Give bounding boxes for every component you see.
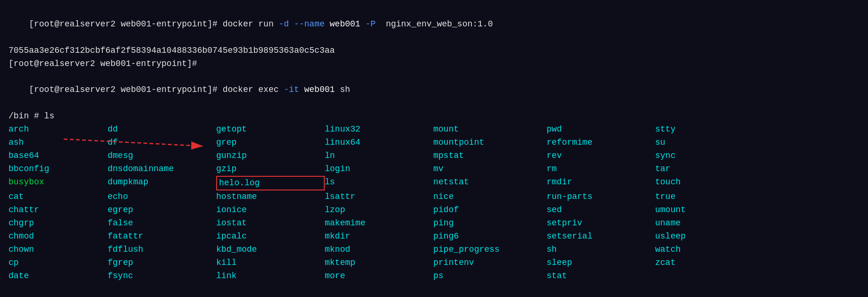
- terminal: [root@realserver2 web001-entrypoint]# do…: [0, 0, 868, 297]
- ls-item: setserial: [547, 230, 655, 243]
- ls-item: pipe_progress: [433, 243, 547, 256]
- ls-item: zcat: [655, 256, 754, 270]
- ls-item: dumpkmap: [108, 176, 216, 191]
- ls-output: arch dd getopt linux32 mount pwd stty as…: [8, 123, 860, 283]
- ls-item: mpstat: [433, 149, 547, 163]
- ls-item-helolog: helo.log: [216, 176, 325, 191]
- ls-item: chattr: [8, 204, 108, 217]
- ls-item: cp: [8, 256, 108, 270]
- prompt-empty: [root@realserver2 web001-entrypoint]#: [8, 58, 860, 71]
- ls-item: ionice: [216, 204, 325, 217]
- ls-item: df: [108, 136, 216, 149]
- ls-item: ping6: [433, 230, 547, 243]
- ls-item: sync: [655, 149, 754, 163]
- ls-item: ash: [8, 136, 108, 149]
- ls-item: watch: [655, 243, 754, 256]
- ls-item: ps: [433, 270, 547, 283]
- ls-item: echo: [108, 190, 216, 204]
- ls-item: pidof: [433, 204, 547, 217]
- ls-item: chown: [8, 243, 108, 256]
- ls-item: gzip: [216, 163, 325, 176]
- ls-item: tar: [655, 163, 754, 176]
- bin-ls-line: /bin # ls: [8, 110, 860, 123]
- ls-item: fgrep: [108, 256, 216, 270]
- ls-item: fdflush: [108, 243, 216, 256]
- ls-item: base64: [8, 149, 108, 163]
- ls-item: mknod: [325, 243, 433, 256]
- ls-item: true: [655, 190, 754, 204]
- hash-line: 7055aa3e26cf312bcbf6af2f58394a10488336b0…: [8, 44, 860, 58]
- ls-item: uname: [655, 217, 754, 230]
- ls-item: kbd_mode: [216, 243, 325, 256]
- ls-item: touch: [655, 176, 754, 191]
- ls-item: rmdir: [547, 176, 655, 191]
- ls-item: more: [325, 270, 433, 283]
- ls-item: su: [655, 136, 754, 149]
- ls-item-empty: [655, 270, 754, 283]
- ls-item: gunzip: [216, 149, 325, 163]
- ls-item: rm: [547, 163, 655, 176]
- ls-item: getopt: [216, 123, 325, 136]
- ls-item: reformime: [547, 136, 655, 149]
- ls-item: nice: [433, 190, 547, 204]
- ls-item: dnsdomainname: [108, 163, 216, 176]
- ls-item: bbconfig: [8, 163, 108, 176]
- ls-item: run-parts: [547, 190, 655, 204]
- ls-item: lsattr: [325, 190, 433, 204]
- ls-item: mkdir: [325, 230, 433, 243]
- final-prompt: /bin #: [8, 284, 860, 297]
- ls-item-busybox: busybox: [8, 176, 108, 191]
- ls-item: link: [216, 270, 325, 283]
- ls-item: rev: [547, 149, 655, 163]
- ls-item: fsync: [108, 270, 216, 283]
- ls-item: ls: [325, 176, 433, 191]
- ls-item: mount: [433, 123, 547, 136]
- ls-item: date: [8, 270, 108, 283]
- ls-item: makemime: [325, 217, 433, 230]
- ls-item: mountpoint: [433, 136, 547, 149]
- ls-item: printenv: [433, 256, 547, 270]
- ls-item: arch: [8, 123, 108, 136]
- ls-item: sh: [547, 243, 655, 256]
- ls-item: lzop: [325, 204, 433, 217]
- ls-item: chgrp: [8, 217, 108, 230]
- ls-item: login: [325, 163, 433, 176]
- ls-item: sleep: [547, 256, 655, 270]
- ls-item: dmesg: [108, 149, 216, 163]
- ls-item: linux64: [325, 136, 433, 149]
- ls-item: mv: [433, 163, 547, 176]
- ls-item: mktemp: [325, 256, 433, 270]
- ls-item: ln: [325, 149, 433, 163]
- ls-item: cat: [8, 190, 108, 204]
- ls-item: setpriv: [547, 217, 655, 230]
- ls-item: stty: [655, 123, 754, 136]
- ls-item: fatattr: [108, 230, 216, 243]
- ls-item: usleep: [655, 230, 754, 243]
- ls-item-sed: sed: [547, 204, 655, 217]
- ls-item: grep: [216, 136, 325, 149]
- ls-item: kill: [216, 256, 325, 270]
- ls-item: iostat: [216, 217, 325, 230]
- ls-item: stat: [547, 270, 655, 283]
- ls-item: ipcalc: [216, 230, 325, 243]
- ls-item: netstat: [433, 176, 547, 191]
- ls-item: chmod: [8, 230, 108, 243]
- ls-item: egrep: [108, 204, 216, 217]
- cmd-line-1: [root@realserver2 web001-entrypoint]# do…: [8, 5, 860, 44]
- ls-item: dd: [108, 123, 216, 136]
- ls-item: hostname: [216, 190, 325, 204]
- ls-item: umount: [655, 204, 754, 217]
- ls-item: ping: [433, 217, 547, 230]
- ls-item: false: [108, 217, 216, 230]
- cmd-line-exec: [root@realserver2 web001-entrypoint]# do…: [8, 70, 860, 110]
- ls-item: linux32: [325, 123, 433, 136]
- ls-item: pwd: [547, 123, 655, 136]
